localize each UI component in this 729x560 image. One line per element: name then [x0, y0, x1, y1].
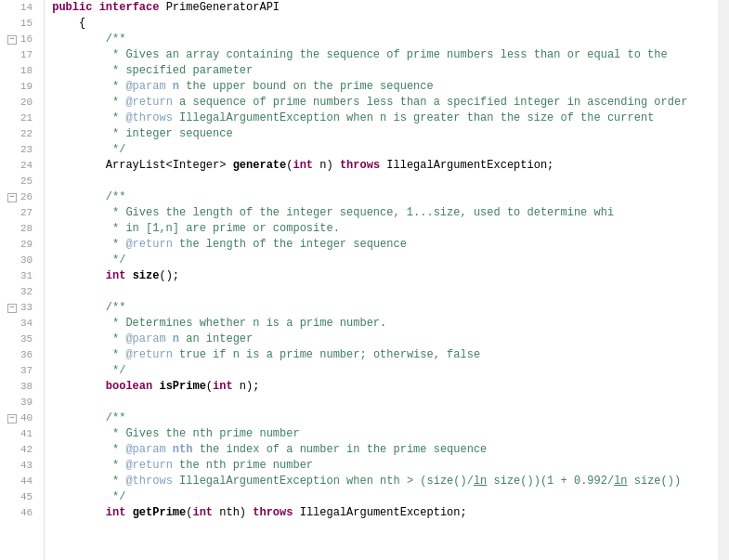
code-line: * Gives an array containing the sequence… [52, 47, 718, 63]
line-number-row: 21 [7, 111, 36, 126]
line-number-row: 24 [7, 158, 36, 174]
code-line [52, 395, 718, 410]
line-number: 19 [20, 79, 33, 95]
line-number-row: 37 [7, 363, 36, 379]
code-token: size()) [628, 474, 682, 489]
line-number-row: 34 [7, 316, 36, 332]
collapse-button[interactable]: − [7, 414, 17, 423]
code-line: * Gives the nth prime number [52, 426, 718, 442]
code-token [52, 379, 106, 395]
code-line: /** [52, 32, 718, 47]
code-token: @return [125, 458, 172, 474]
code-token [152, 379, 159, 395]
collapse-button[interactable]: − [7, 304, 17, 313]
code-token: a sequence of prime numbers less than a … [173, 95, 688, 111]
collapse-button[interactable]: − [7, 193, 17, 202]
code-token: @throws [125, 111, 172, 126]
line-number: 40 [20, 410, 33, 426]
line-number: 33 [20, 300, 33, 316]
code-token: @param [125, 332, 165, 347]
line-number: 17 [20, 47, 33, 63]
code-line: * specified parameter [52, 63, 718, 79]
line-number-row: 22 [7, 126, 36, 142]
code-token [52, 158, 106, 174]
code-token: generate [233, 158, 287, 174]
code-token: throws [253, 505, 293, 521]
code-token: throws [340, 158, 380, 174]
line-number-row: 14 [7, 0, 36, 16]
line-number: 20 [20, 95, 33, 111]
code-token: the length of the integer sequence [173, 237, 407, 253]
code-token: n [166, 79, 179, 95]
code-line: int getPrime(int nth) throws IllegalArgu… [52, 505, 718, 521]
code-line: * Determines whether n is a prime number… [52, 316, 718, 332]
line-number-row: 43 [7, 458, 36, 474]
line-number-row: 36 [7, 347, 36, 363]
code-token: boolean [106, 379, 152, 395]
code-token: * [52, 111, 125, 126]
line-number: 41 [20, 426, 33, 442]
code-editor: 1415−16171819202122232425−26272829303132… [0, 0, 729, 560]
line-number-row: 32 [7, 284, 36, 300]
line-number-row: 15 [7, 16, 36, 32]
line-number-row: −16 [7, 32, 36, 47]
line-number: 29 [20, 237, 33, 253]
code-token: */ [52, 142, 125, 158]
code-token: IllegalArgumentException when nth > (siz… [173, 474, 474, 489]
code-token: * [52, 474, 125, 489]
code-token: PrimeGeneratorAPI [166, 0, 280, 16]
code-token: ArrayList<Integer> [106, 158, 233, 174]
code-token: int [293, 158, 313, 174]
code-token: * specified parameter [52, 63, 253, 79]
code-token: getPrime [133, 505, 187, 521]
line-number: 39 [20, 395, 33, 410]
code-token: * [52, 237, 125, 253]
line-number-row: −26 [7, 189, 36, 205]
line-number: 45 [20, 489, 33, 505]
line-number: 18 [20, 63, 33, 79]
line-number-row: 17 [7, 47, 36, 63]
collapse-button[interactable]: − [7, 35, 17, 45]
code-area[interactable]: public interface PrimeGeneratorAPI { /**… [45, 0, 718, 560]
code-line: int size(); [52, 268, 718, 284]
line-number-row: 28 [7, 221, 36, 237]
code-line: * Gives the length of the integer sequen… [52, 205, 718, 221]
code-token: * Gives an array containing the sequence… [52, 47, 668, 63]
code-token: * Gives the length of the integer sequen… [52, 205, 614, 221]
code-line: * @param n the upper bound on the prime … [52, 79, 718, 95]
code-token: the nth prime number [173, 458, 313, 474]
code-line: * @return the length of the integer sequ… [52, 237, 718, 253]
line-number: 22 [20, 126, 33, 142]
code-token: */ [52, 489, 125, 505]
code-token: @param [125, 79, 165, 95]
code-line: /** [52, 189, 718, 205]
code-token: int [213, 379, 233, 395]
code-line: * @return the nth prime number [52, 458, 718, 474]
line-number: 30 [20, 253, 33, 268]
line-number-row: 31 [7, 268, 36, 284]
code-token: size [133, 268, 160, 284]
code-token [125, 505, 132, 521]
code-token: * in [1,n] are prime or composite. [52, 221, 340, 237]
code-token [52, 268, 106, 284]
code-line: * @throws IllegalArgumentException when … [52, 111, 718, 126]
code-line: { [52, 16, 718, 32]
code-token: public [52, 0, 98, 16]
code-token: @return [125, 237, 172, 253]
code-token: n [166, 332, 179, 347]
code-line: */ [52, 253, 718, 268]
code-token: * integer sequence [52, 126, 232, 142]
scrollbar[interactable] [718, 0, 729, 560]
code-line [52, 284, 718, 300]
code-token: /** [52, 32, 125, 47]
code-token: * [52, 95, 125, 111]
line-number: 42 [20, 442, 33, 458]
code-line: * @return true if n is a prime number; o… [52, 347, 718, 363]
line-number: 25 [20, 174, 33, 189]
code-token [52, 505, 106, 521]
code-token: */ [52, 363, 125, 379]
line-number-row: 25 [7, 174, 36, 189]
code-token: (); [159, 268, 179, 284]
code-line: * in [1,n] are prime or composite. [52, 221, 718, 237]
line-number-row: 23 [7, 142, 36, 158]
